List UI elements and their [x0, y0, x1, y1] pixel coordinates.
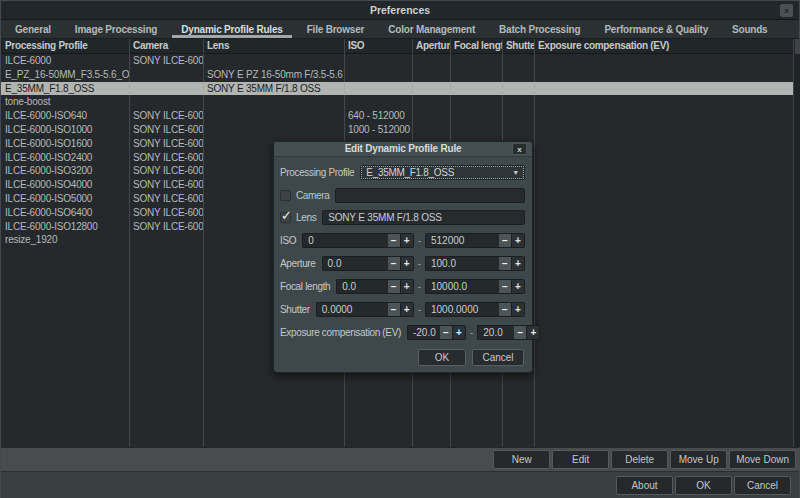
lens-checkbox[interactable]: ✓ — [280, 212, 291, 223]
plus-icon[interactable]: + — [401, 302, 414, 317]
tab-general[interactable]: General — [3, 20, 63, 38]
range-min-input[interactable]: 0 — [302, 233, 387, 248]
table-header-cell[interactable]: ISO — [344, 39, 412, 53]
dialog-cancel-button[interactable]: Cancel — [472, 349, 524, 366]
camera-checkbox[interactable] — [280, 190, 291, 201]
range-max-input[interactable]: 1000.0000 — [425, 302, 499, 317]
range-rows-container: ISO 0 − + - 512000 − + Aperture 0.0 − + … — [280, 233, 525, 340]
table-row[interactable]: E_PZ_16-50MM_F3.5-5.6_OSS SONY E PZ 16-5… — [1, 68, 793, 82]
minus-icon[interactable]: − — [440, 325, 453, 340]
cell-lens — [203, 54, 344, 68]
tab-dynamic-profile-rules[interactable]: Dynamic Profile Rules — [169, 20, 294, 38]
table-header-row: Processing ProfileCameraLensISOApertureF… — [1, 39, 793, 54]
cell-focal-length — [450, 109, 502, 123]
table-header-cell[interactable]: Focal length — [450, 39, 502, 53]
minus-icon[interactable]: − — [388, 233, 401, 248]
move-down-button[interactable]: Move Down — [729, 450, 796, 469]
range-separator: - — [418, 304, 421, 315]
cell-lens — [203, 123, 344, 137]
plus-icon[interactable]: + — [401, 256, 414, 271]
dialog-body: Processing Profile E_35MM_F1.8_OSS ▼ Cam… — [274, 157, 532, 372]
table-row[interactable]: E_35MM_F1.8_OSS SONY E 35MM F/1.8 OSS — [1, 82, 793, 96]
plus-icon[interactable]: + — [512, 256, 525, 271]
table-header-cell[interactable]: Processing Profile — [1, 39, 129, 53]
lens-input[interactable]: SONY E 35MM F/1.8 OSS — [322, 210, 525, 225]
range-min-input[interactable]: 0.0 — [322, 256, 388, 271]
cell-shutter — [502, 54, 534, 68]
tab-image-processing[interactable]: Image Processing — [63, 20, 169, 38]
range-max-input[interactable]: 100.0 — [425, 256, 499, 271]
edit-button[interactable]: Edit — [552, 450, 609, 469]
minus-icon[interactable]: − — [514, 325, 527, 340]
window-actions-bar: AboutOKCancel — [1, 471, 799, 498]
minus-icon[interactable]: − — [499, 302, 512, 317]
table-row[interactable]: ILCE-6000-ISO640 SONY ILCE-6000 640 - 51… — [1, 109, 793, 123]
dialog-titlebar: Edit Dynamic Profile Rule x — [274, 142, 532, 157]
plus-icon[interactable]: + — [512, 233, 525, 248]
camera-row: Camera — [280, 188, 525, 203]
cancel-button[interactable]: Cancel — [734, 476, 791, 495]
ok-button[interactable]: OK — [675, 476, 732, 495]
cell-shutter — [502, 109, 534, 123]
plus-icon[interactable]: + — [512, 302, 525, 317]
tab-label: Batch Processing — [499, 24, 580, 35]
camera-input[interactable] — [335, 188, 525, 203]
table-row[interactable]: ILCE-6000 SONY ILCE-6000 — [1, 54, 793, 68]
range-max-input[interactable]: 10000.0 — [425, 279, 499, 294]
minus-icon[interactable]: − — [499, 233, 512, 248]
plus-icon[interactable]: + — [453, 325, 466, 340]
cell-camera: SONY ILCE-6000 — [129, 151, 203, 165]
cell-camera — [129, 82, 203, 96]
range-label: Focal length — [280, 281, 330, 292]
tab-sounds[interactable]: Sounds — [720, 20, 779, 38]
dialog-close-icon[interactable]: x — [512, 143, 527, 155]
table-header-cell[interactable]: Aperture — [412, 39, 450, 53]
move-up-button[interactable]: Move Up — [670, 450, 727, 469]
tab-color-management[interactable]: Color Management — [376, 20, 487, 38]
range-max-input[interactable]: 20.0 — [477, 325, 514, 340]
cell-focal-length — [450, 68, 502, 82]
vertical-scrollbar[interactable] — [793, 39, 800, 447]
tab-performance-quality[interactable]: Performance & Quality — [592, 20, 720, 38]
plus-icon[interactable]: + — [401, 279, 414, 294]
cell-exposure-compensation — [534, 220, 793, 234]
cell-lens — [203, 109, 344, 123]
minus-icon[interactable]: − — [388, 302, 401, 317]
minus-icon[interactable]: − — [388, 279, 401, 294]
minus-icon[interactable]: − — [388, 256, 401, 271]
range-min-spinner: 0.0 − + — [336, 279, 413, 294]
about-button[interactable]: About — [616, 476, 673, 495]
range-min-spinner: 0.0000 − + — [316, 302, 414, 317]
tab-file-browser[interactable]: File Browser — [295, 20, 377, 38]
tab-batch-processing[interactable]: Batch Processing — [487, 20, 592, 38]
cell-shutter — [502, 68, 534, 82]
range-min-spinner: 0 − + — [302, 233, 413, 248]
tab-bar: GeneralImage ProcessingDynamic Profile R… — [1, 20, 799, 39]
range-max-input[interactable]: 512000 — [425, 233, 499, 248]
cell-exposure-compensation — [534, 178, 793, 192]
plus-icon[interactable]: + — [527, 325, 540, 340]
dialog-ok-button[interactable]: OK — [418, 349, 466, 366]
table-header-cell[interactable]: Shutter — [502, 39, 534, 53]
new-button[interactable]: New — [493, 450, 550, 469]
cell-focal-length — [450, 123, 502, 137]
processing-profile-dropdown[interactable]: E_35MM_F1.8_OSS ▼ — [360, 165, 525, 180]
range-max-spinner: 20.0 − + — [477, 325, 540, 340]
table-header-cell[interactable]: Exposure compensation (EV) — [534, 39, 793, 53]
cell-camera: SONY ILCE-6000 — [129, 192, 203, 206]
range-min-input[interactable]: -20.0 — [407, 325, 440, 340]
window-close-icon[interactable]: x — [780, 4, 793, 17]
table-row[interactable]: tone-boost — [1, 95, 793, 109]
minus-icon[interactable]: − — [499, 279, 512, 294]
cell-iso: 640 - 512000 — [344, 109, 412, 123]
plus-icon[interactable]: + — [401, 233, 414, 248]
table-header-cell[interactable]: Camera — [129, 39, 203, 53]
table-header-cell[interactable]: Lens — [203, 39, 344, 53]
range-min-input[interactable]: 0.0 — [336, 279, 387, 294]
cell-camera: SONY ILCE-6000 — [129, 123, 203, 137]
delete-button[interactable]: Delete — [611, 450, 668, 469]
minus-icon[interactable]: − — [499, 256, 512, 271]
range-min-input[interactable]: 0.0000 — [316, 302, 388, 317]
table-row[interactable]: ILCE-6000-ISO1000 SONY ILCE-6000 1000 - … — [1, 123, 793, 137]
plus-icon[interactable]: + — [512, 279, 525, 294]
